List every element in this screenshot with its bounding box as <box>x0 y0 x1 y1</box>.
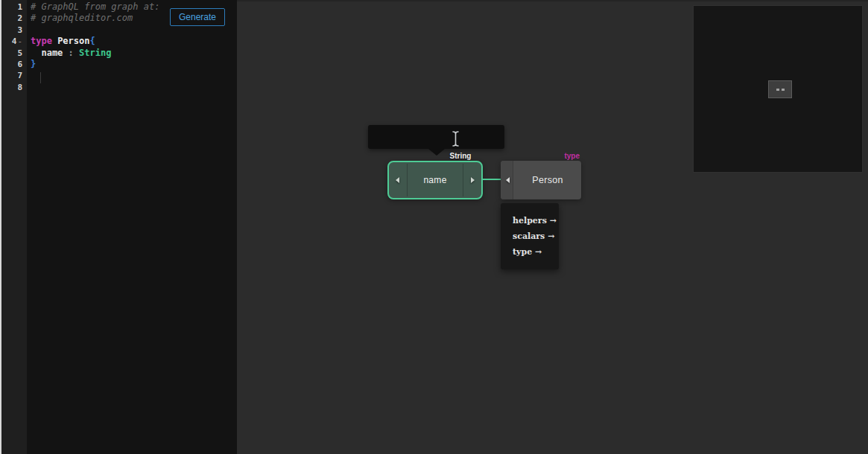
graph-canvas[interactable]: String name type Person helpers →scalars… <box>237 0 868 454</box>
code-token: String <box>79 48 111 58</box>
field-type-annotation: String <box>438 152 483 160</box>
editor-caret <box>40 72 41 83</box>
node-context-menu: helpers →scalars →type → <box>501 203 559 269</box>
menu-item-helpers[interactable]: helpers → <box>513 213 559 228</box>
line-number: 2 <box>1 13 27 24</box>
code-token <box>74 48 79 58</box>
code-text[interactable]: } <box>27 59 36 70</box>
editor-line[interactable]: 4-type Person{ <box>1 36 237 47</box>
node-description-popup[interactable] <box>368 125 504 149</box>
text-cursor-icon <box>452 130 460 147</box>
code-token: : <box>69 48 74 58</box>
fold-marker-icon[interactable]: - <box>17 36 22 46</box>
code-text[interactable] <box>27 25 31 36</box>
code-text[interactable]: name : String <box>27 48 111 59</box>
generate-button[interactable]: Generate <box>170 8 225 26</box>
type-node-person[interactable]: Person <box>501 161 581 199</box>
graph-edge <box>483 179 501 180</box>
code-token: # GraphQL from graph at: <box>31 1 159 12</box>
editor-line[interactable]: 5 name : String <box>1 48 237 59</box>
code-token: Person <box>57 36 89 46</box>
line-number: 3 <box>1 25 27 36</box>
minimap-viewport[interactable] <box>768 80 792 98</box>
line-number: 7 <box>1 70 27 81</box>
code-text[interactable] <box>27 70 31 81</box>
editor-line[interactable]: 6} <box>1 59 237 70</box>
code-text[interactable]: type Person{ <box>27 36 95 47</box>
app-window: 1# GraphQL from graph at:2# graphqledito… <box>0 0 868 454</box>
minimap-node-dot <box>782 89 785 91</box>
code-token: } <box>31 59 36 69</box>
collapse-left-arrow-icon[interactable] <box>506 177 510 183</box>
code-text[interactable] <box>27 82 31 93</box>
code-token: type <box>31 36 52 46</box>
editor-line[interactable]: 8 <box>1 82 237 93</box>
code-text[interactable]: # graphqleditor.com <box>27 13 133 24</box>
line-number: 1 <box>1 1 27 13</box>
field-node-name[interactable]: name <box>387 161 483 199</box>
code-editor-panel: 1# GraphQL from graph at:2# graphqledito… <box>0 0 237 454</box>
code-token: { <box>90 36 95 46</box>
line-number: 4- <box>1 36 27 47</box>
line-number: 5 <box>1 48 27 59</box>
menu-item-scalars[interactable]: scalars → <box>513 228 559 244</box>
minimap-node-dot <box>776 89 779 91</box>
line-number: 6 <box>1 59 27 70</box>
type-node-label: Person <box>514 175 581 185</box>
field-node-label: name <box>389 175 481 185</box>
editor-line[interactable]: 3 <box>1 25 237 36</box>
code-token: name <box>31 48 69 58</box>
line-number: 8 <box>1 82 27 93</box>
menu-item-type[interactable]: type → <box>513 244 559 260</box>
minimap-panel[interactable] <box>693 5 863 173</box>
code-text[interactable]: # GraphQL from graph at: <box>27 1 159 13</box>
type-kind-annotation: type <box>501 152 580 160</box>
editor-line[interactable]: 7 <box>1 70 237 81</box>
code-token: # graphqleditor.com <box>31 13 133 23</box>
